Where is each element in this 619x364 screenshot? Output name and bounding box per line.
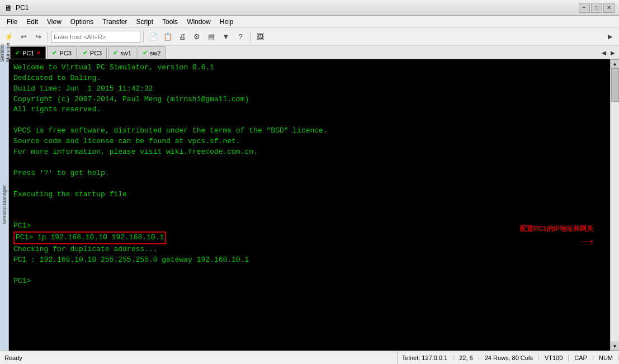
status-size: 24 Rows, 80 Cols (479, 354, 539, 361)
toolbar-forward-btn[interactable]: ↪ (31, 30, 45, 44)
tab-pc3-label: PC3 (59, 50, 71, 56)
tab-pc3b[interactable]: ✔ PC3 (78, 46, 107, 59)
toolbar-separator-2 (143, 31, 144, 42)
tab-sw1-label: sw1 (120, 50, 131, 56)
tab-sw2-check: ✔ (143, 49, 148, 56)
term-line-17: Checking for duplicate address... (13, 244, 606, 255)
toolbar-copy-btn[interactable]: 📄 (147, 30, 160, 44)
tab-pc1-close[interactable]: ✕ (36, 50, 41, 56)
term-line-15: PC1> (13, 221, 606, 231)
status-caps: CAP (569, 354, 593, 361)
toolbar-panel-btn[interactable]: ▤ (205, 30, 218, 44)
tab-sw1-check: ✔ (113, 49, 118, 56)
close-button[interactable]: ✕ (603, 3, 615, 13)
toolbar-back-btn[interactable]: ↩ (17, 30, 30, 44)
menu-help[interactable]: Help (215, 17, 238, 27)
tab-sw2[interactable]: ✔ sw2 (138, 46, 166, 59)
term-line-18: PC1 : 192.168.10.10 255.255.255.0 gatewa… (13, 255, 606, 266)
host-input[interactable] (51, 31, 140, 43)
tab-nav-prev[interactable]: ◀ (600, 50, 608, 56)
tab-sw1[interactable]: ✔ sw1 (108, 46, 136, 59)
highlight-box: PC1> ip 192.168.10.10 192.168.10.1 (13, 231, 166, 244)
status-right: Telnet: 127.0.0.1 22, 6 24 Rows, 80 Cols… (398, 354, 619, 361)
status-terminal: VT100 (539, 354, 569, 361)
menu-bar: File Edit View Options Transfer Script T… (0, 16, 619, 28)
menu-script[interactable]: Script (131, 17, 158, 27)
toolbar-paste-btn[interactable]: 📋 (161, 30, 174, 44)
term-blank-3 (13, 179, 606, 190)
status-position: 22, 6 (453, 354, 479, 361)
toolbar-arrow-btn[interactable]: ▼ (219, 30, 233, 44)
toolbar-nav-right[interactable]: ▶ (603, 30, 617, 44)
term-line-0: Welcome to Virtual PC Simulator, version… (13, 63, 606, 73)
annotation-text: 配置PC1的IP地址和网关 (520, 224, 593, 234)
term-line-8: For more information, please visit wiki.… (13, 147, 606, 158)
toolbar-separator-3 (250, 31, 251, 42)
term-line-7: Source code and license can be found at … (13, 136, 606, 147)
tab-row: Session Manager ✔ PC1 ✕ ✔ PC3 ✔ PC3 ✔ sw… (0, 46, 619, 59)
tab-nav-next[interactable]: ▶ (609, 50, 617, 56)
term-line-3: Copyright (c) 2007-2014, Paul Meng (mirn… (13, 94, 606, 105)
toolbar-separator-1 (48, 31, 48, 42)
side-panel: Session Manager (0, 59, 9, 351)
term-blank-4 (13, 200, 606, 210)
scroll-up-btn[interactable]: ▲ (611, 59, 620, 68)
term-blank-1 (13, 115, 606, 126)
annotation: 配置PC1的IP地址和网关 ⟵ (520, 224, 593, 247)
tab-pc3-check: ✔ (52, 49, 57, 56)
title-bar: 🖥 PC1 − □ ✕ (0, 0, 619, 16)
session-manager-label: Session Manager (0, 46, 9, 59)
menu-window[interactable]: Window (182, 17, 215, 27)
menu-edit[interactable]: Edit (22, 17, 42, 27)
tab-pc1-check: ✔ (15, 49, 20, 56)
menu-options[interactable]: Options (66, 17, 98, 27)
toolbar-screen-btn[interactable]: 🖼 (253, 30, 267, 44)
tab-navigation: ◀ ▶ (600, 46, 619, 59)
toolbar-settings-btn[interactable]: ⚙ (190, 30, 204, 44)
menu-transfer[interactable]: Transfer (98, 17, 131, 27)
tab-pc3b-check: ✔ (83, 49, 88, 56)
terminal[interactable]: Welcome to Virtual PC Simulator, version… (9, 59, 610, 351)
term-line-2: Build time: Jun 1 2015 11:42:32 (13, 84, 606, 94)
toolbar-help-btn[interactable]: ? (234, 30, 247, 44)
toolbar-new-btn[interactable]: ⚡ (2, 30, 16, 44)
term-line-1: Dedicated to Daling. (13, 73, 606, 84)
toolbar-print-btn[interactable]: 🖨 (176, 30, 189, 44)
scroll-track[interactable] (611, 68, 619, 342)
maximize-button[interactable]: □ (591, 3, 602, 13)
term-blank-6 (13, 266, 606, 276)
term-line-4: All rights reserved. (13, 105, 606, 115)
tab-pc3b-label: PC3 (90, 50, 102, 56)
toolbar: ⚡ ↩ ↪ 📄 📋 🖨 ⚙ ▤ ▼ ? 🖼 ▶ (0, 28, 619, 46)
scrollbar[interactable]: ▲ ▼ (610, 59, 619, 351)
title-text: PC1 (16, 4, 579, 12)
main-area: Session Manager Welcome to Virtual PC Si… (0, 59, 619, 351)
window-controls: − □ ✕ (579, 3, 615, 13)
menu-file[interactable]: File (2, 17, 22, 27)
menu-view[interactable]: View (42, 17, 66, 27)
annotation-arrow-icon: ⟵ (580, 236, 593, 247)
scroll-down-btn[interactable]: ▼ (611, 342, 620, 351)
toolbar-end: ▶ (603, 30, 617, 44)
term-blank-2 (13, 158, 606, 168)
menu-tools[interactable]: Tools (158, 17, 182, 27)
status-num: NUM (593, 354, 619, 361)
status-bar: Ready Telnet: 127.0.0.1 22, 6 24 Rows, 8… (0, 351, 619, 364)
term-line-20: PC1> (13, 276, 606, 287)
tab-sw2-label: sw2 (150, 50, 161, 56)
app-icon: 🖥 (4, 3, 12, 12)
tab-pc1[interactable]: ✔ PC1 ✕ (10, 46, 46, 59)
tab-pc1-label: PC1 (22, 50, 34, 56)
term-line-highlight: PC1> ip 192.168.10.10 192.168.10.1 (13, 231, 606, 244)
scroll-thumb[interactable] (611, 68, 619, 102)
status-telnet: Telnet: 127.0.0.1 (398, 354, 453, 361)
term-line-12: Executing the startup file (13, 190, 606, 200)
tab-pc3[interactable]: ✔ PC3 (47, 46, 76, 59)
term-line-6: VPCS is free software, distributed under… (13, 126, 606, 136)
term-blank-5 (13, 210, 606, 221)
term-line-10: Press '?' to get help. (13, 168, 606, 179)
minimize-button[interactable]: − (579, 3, 590, 13)
status-ready: Ready (0, 351, 398, 364)
